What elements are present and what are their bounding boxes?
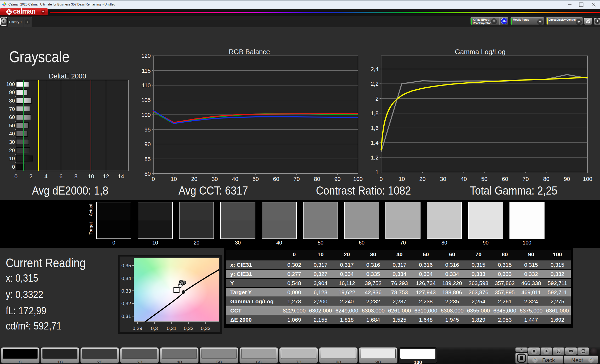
svg-text:105: 105 [141,97,151,103]
svg-text:80: 80 [314,176,320,182]
svg-text:0,31: 0,31 [167,326,177,331]
svg-text:60: 60 [273,176,279,182]
svg-text:2,4: 2,4 [371,66,379,72]
svg-text:0,32: 0,32 [184,326,194,331]
svg-text:50: 50 [481,176,487,182]
svg-text:10: 10 [399,176,405,182]
svg-text:0,31: 0,31 [121,314,131,319]
svg-text:0,33: 0,33 [201,326,211,331]
svg-text:DeltaE 2000: DeltaE 2000 [49,72,86,80]
svg-text:0,34: 0,34 [121,276,131,281]
svg-text:80: 80 [9,98,15,104]
svg-text:30: 30 [440,176,446,182]
svg-text:70: 70 [293,176,300,182]
svg-text:1,8: 1,8 [371,110,379,117]
svg-text:4: 4 [44,173,48,180]
svg-text:50: 50 [253,176,259,182]
svg-text:115: 115 [142,68,151,74]
svg-text:20: 20 [419,176,425,182]
svg-text:40: 40 [9,131,15,136]
svg-text:0,35: 0,35 [121,263,131,268]
svg-text:1,4: 1,4 [371,140,379,146]
svg-text:100: 100 [583,176,592,182]
svg-text:20: 20 [9,147,15,153]
svg-text:120: 120 [141,53,151,59]
svg-text:0,29: 0,29 [133,326,142,331]
svg-text:30: 30 [9,139,15,145]
svg-text:80: 80 [543,176,549,182]
svg-text:100: 100 [6,81,15,87]
svg-text:14: 14 [118,173,124,180]
svg-text:85: 85 [144,156,151,162]
svg-text:0,32: 0,32 [121,301,131,306]
svg-text:20: 20 [191,176,197,182]
svg-text:1,6: 1,6 [371,125,379,131]
svg-text:0,33: 0,33 [121,288,131,294]
svg-text:100: 100 [353,176,363,182]
svg-text:110: 110 [142,82,151,89]
svg-text:0: 0 [14,173,18,180]
svg-text:50: 50 [9,123,15,128]
svg-text:Gamma Log/Log: Gamma Log/Log [455,48,506,56]
svg-text:40: 40 [232,176,238,182]
svg-text:90: 90 [9,89,15,95]
svg-text:70: 70 [9,106,15,112]
svg-text:2: 2 [375,96,379,102]
svg-text:8: 8 [74,173,77,180]
svg-text:6: 6 [59,173,63,180]
svg-text:10: 10 [88,173,94,180]
svg-text:1,2: 1,2 [371,155,379,161]
svg-text:40: 40 [461,176,467,182]
svg-text:0,3: 0,3 [151,326,158,331]
svg-text:60: 60 [502,176,508,182]
svg-text:12: 12 [103,173,109,180]
svg-text:90: 90 [144,141,151,147]
svg-text:95: 95 [144,127,151,133]
svg-text:RGB Balance: RGB Balance [229,48,270,56]
svg-text:70: 70 [523,176,529,182]
svg-text:30: 30 [212,176,218,182]
svg-text:0: 0 [380,176,383,182]
svg-text:10: 10 [171,176,177,182]
svg-text:60: 60 [9,114,15,120]
svg-text:0: 0 [152,176,155,182]
svg-text:0: 0 [12,164,15,170]
svg-text:2: 2 [29,173,32,180]
svg-text:100: 100 [141,112,151,118]
svg-text:90: 90 [334,176,341,182]
svg-text:1: 1 [375,169,379,175]
svg-text:90: 90 [564,176,570,182]
svg-text:80: 80 [144,171,151,177]
svg-text:10: 10 [9,156,15,161]
svg-text:2,2: 2,2 [371,81,379,87]
